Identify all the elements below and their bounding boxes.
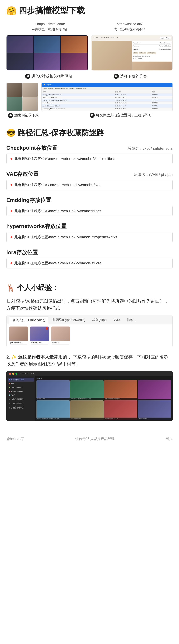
eagle-toolbar: ▤ 🔍 ⊞	[36, 378, 171, 379]
eagle-img-7: https://civitai.co...	[138, 400, 171, 420]
eagle-sidebar-dot-7	[9, 407, 10, 408]
embed-card-label-2: xiaoNan	[51, 341, 70, 344]
path-lora-bullet	[10, 262, 12, 264]
step3-sketch-images	[6, 82, 38, 111]
table-row: mix_safetensors 2023-08-10 10:28 SAFETE	[42, 102, 172, 104]
eagle-img-label-6: Realistic Vision V1.5.jpg	[104, 418, 138, 420]
lexica-row-hypernet: HypernetAesthetic Standard	[133, 48, 171, 51]
eagle-sidebar-dot-1	[9, 383, 10, 384]
footer: @hello小芽 快传号/人人都是产品经理 图八	[0, 434, 179, 444]
sketch-img-1	[7, 83, 22, 97]
eagle-sidebar-item-7[interactable]: 人物心地地球仪	[8, 406, 34, 410]
embed-cards: pureXosiace... 1 illilizay_t200... xiaoN…	[6, 324, 172, 347]
embedding-ui-mock: 嵌入式(T.I. Embedding) 超网络(Hypernetworks) 模…	[6, 315, 173, 347]
embed-tab-0[interactable]: 嵌入式(T.I. Embedding)	[9, 316, 49, 324]
embed-card-label-0: pureXosiace...	[9, 341, 28, 344]
path-checkpoint-suffix: 后缀名：ckpt / safetensors	[128, 146, 173, 151]
embed-card-img-0	[9, 326, 28, 341]
embed-tab-1[interactable]: 超网络(Hypernetworks)	[49, 316, 88, 324]
step-4-num: ❹	[90, 113, 95, 118]
tip-1-block: 1. 对模型/风格做完图像输出时，点击刷新（可理解为将所选中的图片作为封面），方…	[6, 298, 173, 347]
file-date-4: 2023-08-10 14:47	[114, 104, 151, 108]
file-type-4: CKPT文	[151, 104, 172, 108]
eagle-maximize-dot	[16, 373, 17, 375]
table-row: amilikeDiffusion10_10.ckpt 2023-08-10 14…	[42, 104, 172, 108]
title-text: 四步搞懂模型下载	[18, 5, 85, 16]
civitai-mock	[6, 35, 88, 70]
step-4-text: 将文件放入指定位置刷新主程序即可	[96, 113, 152, 118]
lexica-tag-1: CivitAI	[133, 52, 138, 54]
eagle-sidebar-item-ti[interactable]: TextualInversion	[8, 386, 34, 389]
lexica-desc: 找一些风格提示词不错	[90, 27, 170, 31]
step-2-label: ❷ 选择下载的分类	[90, 74, 171, 79]
step34-area: 📁 文件夹 软件(D:) > 绘图 > novelai-webui-aki-v3…	[6, 82, 173, 111]
path-vae: VAE存放位置 后缀名：rVAE / pt / pth 此电脑/SD主程序位置/…	[6, 170, 173, 190]
embed-card-badge-1: 1	[46, 327, 48, 330]
file-type-0: SAFETE	[151, 94, 172, 96]
eagle-close-dot	[9, 373, 11, 375]
eagle-sidebar-item-lora[interactable]: LoRA	[8, 382, 34, 386]
eagle-sidebar-label-0: Checkpoint-检查	[11, 378, 24, 381]
path-checkpoint: Checkpoint存放位置 后缀名：ckpt / safetensors 此电…	[6, 144, 173, 164]
file-date-0: 2023-04-07 16:42	[114, 94, 151, 96]
lexica-tab-arch: ARCHITECTURE	[100, 36, 114, 38]
page-title: 🤗 四步搞懂模型下载	[6, 5, 173, 16]
eagle-sidebar-item-6[interactable]: 人物心地地球仪	[8, 402, 34, 406]
table-row: loutmix_NIPrunedFp32Fix.safetensors 2023…	[42, 99, 172, 102]
eagle-mock: Checkpoint-检查 Checkpoint-检查 LoRA Textu	[6, 371, 173, 421]
civitai-img-2	[34, 36, 60, 53]
eagle-sidebar-dot-4	[9, 394, 10, 396]
file-type-2: SAFETE	[151, 99, 172, 102]
path-emoji: 😎	[6, 128, 16, 137]
sketch-img-3	[7, 97, 22, 111]
eagle-sidebar-item-hyper[interactable]: Hypernetworks	[8, 390, 34, 393]
eagle-img-4: jofeng2_2.safetens... jofeng2 2ten sam..…	[36, 400, 70, 420]
tip-1-content: 对模型/风格做完图像输出时，点击刷新（可理解为将所选中的图片作为封面），方便下次…	[6, 298, 168, 310]
lexica-right: Model typeTextual inversion AestheticAes…	[132, 40, 172, 70]
col-name: 名称	[42, 90, 114, 94]
table-row: jofeng1_v32Light.safetensors 2023-04-07 …	[42, 94, 172, 96]
step-link-civitai: 1.https://civitai.com/ 各类模型下载,也俗称C站	[10, 22, 90, 31]
lexica-tab-3d: 3D	[117, 36, 119, 38]
path-embedding-box: 此电脑/SD主程序位置/novelai-webui-aki-v3\embeddi…	[6, 206, 173, 216]
path-section: 😎 路径汇总-保存收藏防迷路 Checkpoint存放位置 后缀名：ckpt /…	[0, 122, 179, 280]
file-list-header: 📁 文件夹	[42, 83, 172, 87]
path-lora-value: 此电脑/SD主程序位置/novelai-webui-aki-v3\models\…	[14, 261, 101, 266]
embed-search-tab[interactable]: 搜索...	[124, 316, 139, 324]
embed-card-2: xiaoNan	[51, 326, 70, 344]
path-hypernetworks-value: 此电脑/SD主程序位置/novelai-webui-aki-v3\models\…	[14, 235, 117, 240]
embed-tab-3[interactable]: Lora	[110, 316, 123, 324]
path-vae-value: 此电脑/SD主程序位置/ novelai-webui-aki-v3\models…	[14, 182, 102, 187]
civitai-desc: 各类模型下载,也俗称C站	[10, 27, 90, 31]
eagle-img-5: Reil Animated.jpg	[70, 400, 104, 420]
path-hypernetworks-type: hypernetworks存放位置	[6, 222, 66, 230]
embed-card-0: pureXosiace...	[9, 326, 28, 344]
file-list-mock: 📁 文件夹 软件(D:) > 绘图 > novelai-webui-aki-v3…	[41, 82, 173, 111]
top-section: 🤗 四步搞懂模型下载 1.https://civitai.com/ 各类模型下载…	[0, 0, 179, 121]
step-12-labels: ❶ 进入C站或相关模型网站 ❷ 选择下载的分类	[6, 74, 173, 79]
eagle-sidebar-item-checkpoint[interactable]: Checkpoint-检查	[8, 378, 34, 382]
file-name-0: jofeng1_v32Light.safetensors	[42, 94, 114, 96]
all-time-badge[interactable]: ALL TIME ▾	[160, 36, 171, 39]
footer-author: 图八	[166, 436, 173, 441]
eagle-sidebar-item-5[interactable]: 人物心地地球仪	[8, 397, 34, 401]
civitai-img-6	[61, 53, 87, 70]
file-name-2: loutmix_NIPrunedFp32Fix.safetensors	[42, 99, 114, 102]
embed-tab-2[interactable]: 模型(ckpt)	[89, 316, 110, 324]
lexica-row-aesthetic: AestheticAesthetic Disabled	[133, 44, 171, 48]
steps-links: 1.https://civitai.com/ 各类模型下载,也俗称C站 http…	[6, 22, 173, 31]
eagle-sidebar-dot-3	[9, 391, 10, 392]
eagle-minimize-dot	[12, 373, 14, 375]
eagle-sidebar-item-vae[interactable]: VAE	[8, 393, 34, 397]
path-lora-header: lora存放位置	[6, 249, 173, 256]
path-checkpoint-value: 此电脑/SD主程序位置/novelai-webui-aki-v3\models\…	[14, 156, 118, 161]
path-title-text: 路径汇总-保存收藏防迷路	[18, 128, 104, 138]
civitai-url: 1.https://civitai.com/	[10, 22, 90, 26]
eagle-sidebar-label-1: LoRA	[11, 383, 16, 384]
path-embedding-header: Emdding存放位置	[6, 196, 173, 204]
eagle-content: Checkpoint-检查 LoRA TextualInversion Hype…	[6, 376, 172, 421]
sketch-img-2	[22, 83, 38, 97]
eagle-titlebar: Checkpoint-检查	[6, 371, 172, 376]
lexica-url: https://lexica.art/	[90, 22, 170, 26]
file-date-2: 2023-08-09 14:35	[114, 99, 151, 102]
